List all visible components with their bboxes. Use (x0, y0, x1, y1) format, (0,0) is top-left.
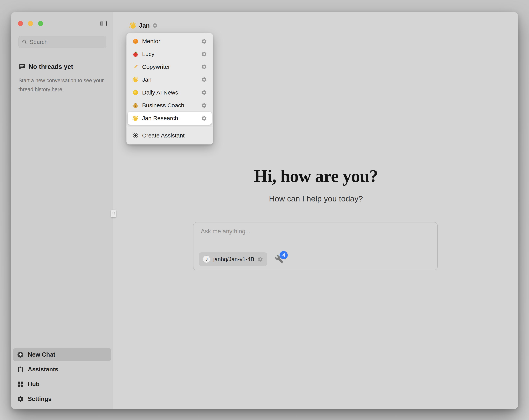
sidebar-item-assistants[interactable]: Assistants (13, 363, 111, 376)
assistant-menu-item-label: Jan (142, 76, 198, 83)
empty-state-title: No threads yet (28, 63, 73, 70)
assistant-menu-item-label: Lucy (142, 51, 198, 57)
pencil-icon (132, 64, 139, 70)
assistant-menu-item[interactable]: Daily AI News (128, 86, 212, 99)
model-selector[interactable]: J janhq/Jan-v1-4B (199, 252, 267, 266)
assistant-name: Jan (139, 22, 150, 29)
app-window: No threads yet Start a new conversation … (11, 12, 518, 409)
assistant-menu-item-label: Copywriter (142, 64, 198, 70)
hub-icon (17, 381, 24, 388)
plus-circle-filled-icon (17, 351, 24, 358)
gear-dark-icon (17, 395, 24, 403)
model-avatar: J (203, 256, 210, 263)
create-assistant-label: Create Assistant (142, 132, 185, 139)
gear-icon[interactable] (201, 64, 207, 70)
gear-icon[interactable] (201, 90, 207, 95)
search-icon (22, 39, 27, 45)
composer-toolbar: J janhq/Jan-v1-4B 4 (199, 252, 283, 266)
greeting-subtitle: How can I help you today? (114, 194, 518, 203)
sidebar-nav: New ChatAssistantsHubSettings (13, 348, 111, 406)
sidebar-item-label: Assistants (28, 366, 58, 373)
assistant-menu-list: MentorLucyCopywriterJanDaily AI News$Bus… (127, 35, 213, 125)
model-name: janhq/Jan-v1-4B (213, 256, 254, 262)
sidebar-item-new-chat[interactable]: New Chat (13, 348, 111, 361)
close-button[interactable] (18, 21, 23, 26)
money-bag-icon: $ (132, 102, 139, 108)
model-settings-gear-icon[interactable] (257, 256, 263, 262)
sidebar: No threads yet Start a new conversation … (11, 12, 113, 409)
create-assistant-button[interactable]: Create Assistant (128, 129, 212, 142)
tools-button[interactable]: 4 (275, 255, 283, 263)
gear-icon[interactable] (201, 38, 207, 44)
assistant-menu-item-label: Jan Research (142, 115, 198, 122)
svg-text:$: $ (135, 105, 136, 107)
assistant-menu-item[interactable]: Lucy (128, 48, 212, 60)
gear-icon[interactable] (201, 51, 207, 57)
empty-state-header: No threads yet (18, 63, 73, 70)
greeting-block: Hi, how are you? How can I help you toda… (114, 166, 518, 203)
assistant-menu-item[interactable]: Copywriter (128, 60, 212, 73)
orange-circle-icon (132, 38, 139, 44)
assistants-icon (17, 366, 24, 373)
assistant-menu-item-label: Business Coach (142, 102, 198, 109)
assistant-menu-item[interactable]: Mentor (128, 35, 212, 48)
assistant-menu-item-label: Daily AI News (142, 89, 198, 96)
main-area: Jan MentorLucyCopywriterJanDaily AI News… (114, 12, 518, 409)
assistant-menu-item[interactable]: Jan Research (128, 112, 212, 125)
traffic-lights (18, 21, 43, 26)
sidebar-item-label: Hub (28, 381, 40, 388)
chat-bubble-icon (18, 63, 26, 70)
sidebar-item-label: Settings (28, 395, 52, 403)
gear-icon[interactable] (201, 115, 207, 121)
prompt-input[interactable] (201, 228, 430, 235)
sidebar-item-hub[interactable]: Hub (13, 378, 111, 391)
empty-state-description: Start a new conversation to see your thr… (18, 76, 104, 94)
sidebar-resize-handle[interactable] (111, 210, 116, 217)
wave-hand-icon (129, 22, 137, 29)
wave-hand-icon (132, 77, 139, 83)
plus-circle-icon (132, 132, 139, 139)
assistant-menu-item[interactable]: Jan (128, 73, 212, 86)
message-composer[interactable]: J janhq/Jan-v1-4B 4 (193, 222, 438, 270)
sidebar-toggle-icon[interactable] (100, 20, 107, 27)
apple-icon (132, 51, 139, 57)
wave-hand-icon (132, 115, 139, 121)
yellow-circle-icon (132, 89, 139, 96)
search-input[interactable] (30, 39, 103, 45)
minimize-button[interactable] (28, 21, 33, 26)
assistant-menu: MentorLucyCopywriterJanDaily AI News$Bus… (126, 33, 213, 145)
search-bar[interactable] (18, 36, 106, 48)
assistant-selector[interactable]: Jan (127, 20, 160, 31)
gear-icon[interactable] (201, 77, 207, 83)
assistant-menu-item-label: Mentor (142, 38, 198, 44)
sidebar-item-label: New Chat (28, 351, 55, 358)
tools-count-badge: 4 (279, 251, 288, 259)
greeting-title: Hi, how are you? (114, 166, 518, 186)
gear-icon[interactable] (152, 23, 158, 28)
maximize-button[interactable] (38, 21, 43, 26)
gear-icon[interactable] (201, 102, 207, 108)
assistant-menu-item[interactable]: $Business Coach (128, 99, 212, 112)
sidebar-item-settings[interactable]: Settings (13, 393, 111, 406)
